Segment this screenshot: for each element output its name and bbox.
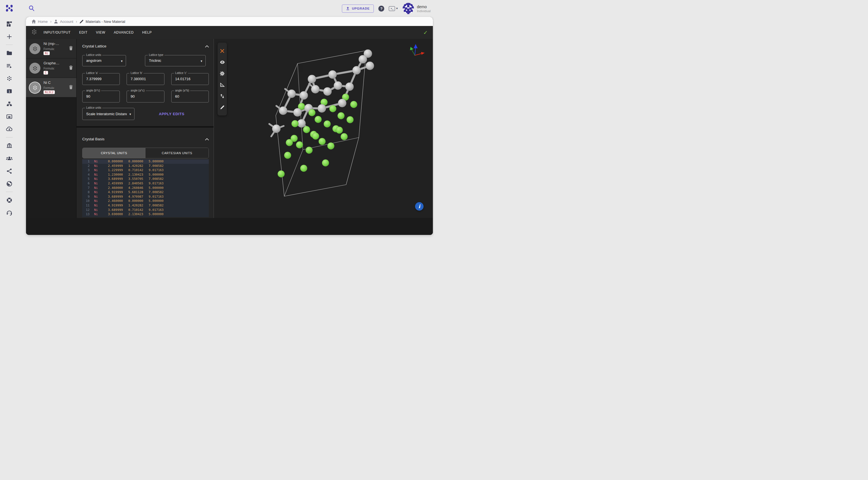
carbon-atom[interactable] — [328, 70, 337, 79]
carbon-atom[interactable] — [311, 85, 319, 94]
sidebar-item-jobs[interactable] — [4, 61, 14, 71]
tab-cartesian-units[interactable]: CARTESIAN UNITS — [146, 148, 209, 158]
search-icon[interactable] — [28, 5, 35, 12]
basis-row[interactable]: 2Ni2.4599991.4202827.008582 — [82, 164, 209, 168]
lattice-b-input[interactable]: Lattice 'b' 7.380001 — [127, 73, 164, 85]
viewer-tool-visibility-icon[interactable] — [219, 59, 225, 65]
carbon-atom[interactable] — [334, 81, 342, 90]
nickel-atom[interactable] — [324, 121, 331, 128]
basis-row[interactable]: 12Ni3.6899990.7101429.017163 — [82, 208, 209, 212]
collapse-chevron-icon[interactable] — [205, 136, 209, 141]
nickel-atom[interactable] — [338, 112, 345, 119]
material-list-item[interactable]: Graphe…Formula:C — [26, 59, 76, 78]
sidebar-item-media[interactable] — [4, 112, 14, 122]
menu-item-advanced[interactable]: ADVANCED — [114, 31, 134, 34]
delete-material-icon[interactable] — [69, 65, 73, 71]
carbon-atom[interactable] — [338, 99, 346, 107]
basis-row[interactable]: 6Ni2.4599992.8405659.017163 — [82, 181, 209, 186]
nickel-atom[interactable] — [330, 105, 337, 112]
sidebar-item-support[interactable] — [4, 195, 14, 205]
basis-row[interactable]: 13Ni3.6900002.1304235.000000 — [82, 212, 209, 216]
breadcrumb-account[interactable]: Account — [54, 20, 73, 24]
angle-beta-input[interactable]: angle (a^c) 90 — [127, 91, 164, 102]
nickel-atom[interactable] — [300, 165, 307, 172]
nickel-atom[interactable] — [278, 171, 285, 178]
carbon-atom[interactable] — [308, 75, 316, 83]
sidebar-item-institution[interactable] — [4, 141, 14, 150]
nickel-atom[interactable] — [319, 138, 326, 145]
viewer-tool-settings-icon[interactable] — [219, 70, 225, 76]
nickel-atom[interactable] — [306, 147, 313, 154]
carbon-atom[interactable] — [293, 108, 302, 116]
viewer-tool-ruler-icon[interactable] — [219, 81, 225, 88]
lattice-units-select[interactable]: Lattice units angstrom ▼ — [82, 55, 126, 66]
carbon-atom[interactable] — [323, 87, 332, 96]
structure-viewer-3d[interactable]: i — [214, 39, 433, 218]
nickel-atom[interactable] — [315, 116, 322, 123]
angle-alpha-input[interactable]: angle (b^c) 90 — [82, 91, 120, 102]
breadcrumb-home[interactable]: Home — [32, 20, 48, 24]
viewer-tool-swap-vert-icon[interactable] — [219, 93, 225, 99]
delete-material-icon[interactable] — [69, 85, 73, 90]
nickel-atom[interactable] — [350, 101, 358, 108]
menu-item-edit[interactable]: EDIT — [79, 31, 88, 34]
nickel-atom[interactable] — [291, 120, 299, 127]
nickel-atom[interactable] — [347, 116, 354, 124]
nickel-atom[interactable] — [309, 109, 316, 116]
sidebar-item-materials[interactable] — [4, 74, 14, 83]
carbon-atom[interactable] — [300, 91, 308, 100]
menu-item-input-output[interactable]: INPUT/OUTPUT — [43, 31, 71, 34]
delete-material-icon[interactable] — [69, 46, 73, 52]
carbon-atom[interactable] — [345, 82, 354, 91]
collapse-chevron-icon[interactable] — [205, 43, 209, 48]
nickel-atom[interactable] — [336, 127, 343, 134]
tab-crystal-units[interactable]: CRYSTAL UNITS — [83, 148, 146, 158]
basis-row[interactable]: 1Ni0.0000000.0000005.000000 — [82, 159, 209, 164]
app-logo[interactable] — [5, 4, 14, 14]
basis-row[interactable]: 9Ni3.6899994.9709879.017163 — [82, 195, 209, 199]
basis-row[interactable]: 8Ni4.9199995.6811287.008582 — [82, 190, 209, 195]
material-list-item[interactable]: Ni CFormula:Ni3C2 — [26, 78, 76, 97]
nickel-atom[interactable] — [303, 126, 310, 133]
nickel-atom[interactable] — [312, 133, 319, 140]
sidebar-item-share[interactable] — [4, 166, 14, 176]
help-icon[interactable]: ? — [378, 6, 384, 11]
menu-item-help[interactable]: HELP — [142, 31, 152, 34]
viewer-tool-edit-icon[interactable] — [219, 104, 225, 110]
nickel-atom[interactable] — [296, 141, 303, 148]
sidebar-item-people[interactable] — [4, 153, 14, 163]
angle-gamma-input[interactable]: angle (a^b) 60 — [171, 91, 209, 102]
basis-row[interactable]: 5Ni3.6899993.5507057.008582 — [82, 177, 209, 181]
carbon-atom[interactable] — [352, 66, 361, 74]
lattice-c-input[interactable]: Lattice 'c' 14.01716 — [171, 73, 209, 85]
upgrade-button[interactable]: UPGRADE — [342, 4, 374, 13]
sidebar-item-workflows[interactable] — [4, 99, 14, 109]
nickel-atom[interactable] — [328, 143, 335, 150]
carbon-atom[interactable] — [318, 104, 326, 113]
saved-check-icon[interactable]: ✓ — [423, 29, 428, 36]
user-menu[interactable]: demo Individual — [403, 3, 431, 14]
material-list-item[interactable]: Ni (mp-…Formula:Ni — [26, 39, 76, 59]
sidebar-item-contact[interactable] — [4, 208, 14, 218]
basis-row[interactable]: 7Ni2.4600004.2608465.000000 — [82, 186, 209, 190]
viewer-tool-close-icon[interactable] — [219, 48, 225, 54]
basis-row[interactable]: 10Ni2.4600000.0000005.000000 — [82, 199, 209, 203]
menu-item-view[interactable]: VIEW — [96, 31, 105, 34]
sidebar-item-add[interactable] — [4, 32, 14, 41]
carbon-atom[interactable] — [359, 55, 367, 64]
basis-coordinates-editor[interactable]: 1Ni0.0000000.0000005.0000002Ni2.4599991.… — [82, 159, 209, 217]
lattice-a-input[interactable]: Lattice 'a' 7.379999 — [82, 73, 120, 85]
lattice-type-select[interactable]: Lattice type Triclinic ▼ — [145, 55, 206, 66]
sidebar-item-folder[interactable] — [4, 48, 14, 58]
carbon-atom[interactable] — [272, 125, 281, 133]
nickel-atom[interactable] — [322, 160, 329, 167]
nickel-atom[interactable] — [341, 133, 348, 140]
apply-edits-button[interactable]: APPLY EDITS — [134, 112, 209, 116]
sidebar-item-upload[interactable] — [4, 125, 14, 134]
scale-units-select[interactable]: Lattice units Scale Interatomic Distanc…… — [82, 108, 134, 120]
sidebar-item-dashboard[interactable] — [4, 19, 14, 29]
carbon-atom[interactable] — [366, 62, 374, 70]
carbon-atom[interactable] — [287, 90, 296, 98]
nickel-atom[interactable] — [286, 139, 293, 146]
sidebar-item-globe[interactable] — [4, 179, 14, 188]
